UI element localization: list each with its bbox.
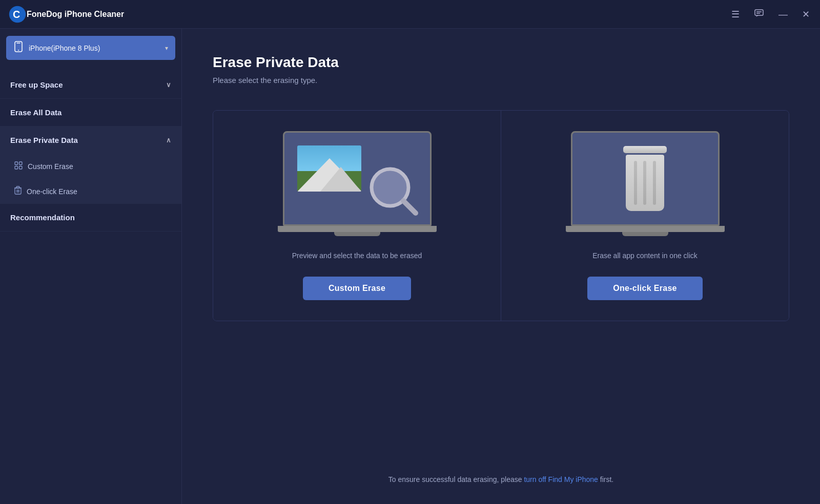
device-chevron-icon: ▾ <box>165 45 168 52</box>
bottom-note-prefix: To ensure successful data erasing, pleas… <box>388 475 524 484</box>
bottom-note-suffix: first. <box>598 475 613 484</box>
svg-rect-2 <box>755 10 763 15</box>
chat-button[interactable] <box>752 6 766 22</box>
sidebar-item-free-up-space[interactable]: Free up Space ∨ <box>0 71 181 99</box>
find-my-iphone-link[interactable]: turn off Find My iPhone <box>524 475 598 484</box>
magnifier-illustration <box>368 166 420 217</box>
svg-point-6 <box>18 50 19 51</box>
close-button[interactable]: ✕ <box>800 8 812 21</box>
svg-rect-9 <box>19 162 23 165</box>
svg-line-19 <box>403 201 416 213</box>
sidebar-item-erase-all-data[interactable]: Erase All Data <box>0 99 181 127</box>
main-layout: iPhone(iPhone 8 Plus) ▾ Free up Space ∨ … <box>0 29 820 504</box>
svg-rect-14 <box>16 186 19 188</box>
device-icon <box>13 41 24 55</box>
app-logo: C <box>8 5 27 24</box>
custom-erase-label: Custom Erase <box>28 162 73 171</box>
chevron-down-icon: ∨ <box>166 81 171 89</box>
sidebar-item-label: Erase Private Data <box>10 136 78 144</box>
sidebar-item-label: Erase All Data <box>10 108 61 117</box>
sidebar-item-erase-private-data[interactable]: Erase Private Data ∧ <box>0 127 181 154</box>
one-click-erase-card: Erase all app content in one click One-c… <box>501 111 789 321</box>
bottom-note: To ensure successful data erasing, pleas… <box>213 475 789 484</box>
custom-erase-description: Preview and select the data to be erased <box>292 250 422 261</box>
svg-text:C: C <box>13 9 20 20</box>
sidebar-item-custom-erase[interactable]: Custom Erase <box>0 154 181 179</box>
menu-button[interactable]: ☰ <box>729 8 742 21</box>
one-click-erase-button[interactable]: One-click Erase <box>587 277 703 300</box>
content-area: Erase Private Data Please select the era… <box>182 29 820 504</box>
custom-erase-card: Preview and select the data to be erased… <box>213 111 501 321</box>
minimize-button[interactable]: — <box>776 8 790 21</box>
erase-private-data-subnav: Custom Erase One-click Erase <box>0 154 181 204</box>
sidebar-item-one-click-erase[interactable]: One-click Erase <box>0 179 181 204</box>
svg-rect-11 <box>19 166 23 170</box>
device-name: iPhone(iPhone 8 Plus) <box>29 44 160 52</box>
svg-rect-10 <box>15 166 18 170</box>
sidebar-item-recommendation[interactable]: Recommendation <box>0 204 181 232</box>
sidebar-item-label: Free up Space <box>10 80 63 89</box>
sidebar-item-label: Recommendation <box>10 213 75 222</box>
titlebar: C FoneDog iPhone Cleaner ☰ — ✕ <box>0 0 820 29</box>
one-click-erase-description: Erase all app content in one click <box>592 250 698 261</box>
custom-erase-button[interactable]: Custom Erase <box>303 277 411 300</box>
window-controls: ☰ — ✕ <box>729 6 812 22</box>
page-title: Erase Private Data <box>213 54 789 71</box>
trash-icon <box>14 186 22 197</box>
sidebar-nav: Free up Space ∨ Erase All Data Erase Pri… <box>0 67 181 504</box>
svg-rect-8 <box>15 162 18 165</box>
sidebar: iPhone(iPhone 8 Plus) ▾ Free up Space ∨ … <box>0 29 182 504</box>
chevron-up-icon: ∧ <box>166 136 171 144</box>
app-title: FoneDog iPhone Cleaner <box>27 10 729 19</box>
device-selector[interactable]: iPhone(iPhone 8 Plus) ▾ <box>6 36 175 60</box>
erase-type-cards: Preview and select the data to be erased… <box>213 110 789 321</box>
one-click-erase-label: One-click Erase <box>27 187 77 196</box>
grid-icon <box>14 161 23 172</box>
page-subtitle: Please select the erasing type. <box>213 76 789 85</box>
